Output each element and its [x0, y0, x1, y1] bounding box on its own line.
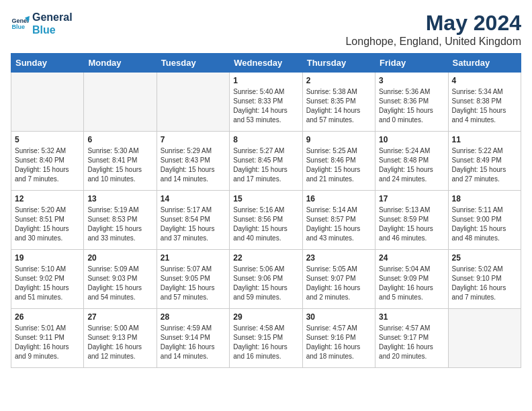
- cell-content: Sunset: 8:43 PM: [161, 156, 226, 165]
- day-number: 13: [87, 194, 152, 203]
- weekday-header-monday: Monday: [84, 54, 157, 73]
- cell-content: Daylight: 16 hours and 12 minutes.: [87, 342, 152, 361]
- month-year-title: May 2024: [345, 11, 521, 36]
- cell-content: Sunset: 8:36 PM: [379, 97, 444, 106]
- cell-content: Daylight: 15 hours and 14 minutes.: [161, 165, 226, 184]
- calendar-table: SundayMondayTuesdayWednesdayThursdayFrid…: [11, 53, 521, 368]
- cell-content: Daylight: 15 hours and 57 minutes.: [161, 283, 226, 302]
- cell-content: Sunrise: 5:30 AM: [87, 146, 152, 156]
- weekday-header-friday: Friday: [375, 54, 448, 73]
- day-number: 25: [452, 253, 517, 263]
- calendar-cell: 22Sunrise: 5:06 AMSunset: 9:06 PMDayligh…: [230, 250, 302, 309]
- cell-content: Sunrise: 4:57 AM: [379, 324, 444, 333]
- calendar-cell: 7Sunrise: 5:29 AMSunset: 8:43 PMDaylight…: [157, 132, 229, 191]
- cell-content: Sunset: 8:45 PM: [233, 156, 298, 165]
- cell-content: Daylight: 15 hours and 21 minutes.: [306, 165, 371, 184]
- svg-text:Blue: Blue: [11, 24, 25, 31]
- calendar-cell: 13Sunrise: 5:19 AMSunset: 8:53 PMDayligh…: [84, 191, 157, 250]
- weekday-header-saturday: Saturday: [448, 54, 521, 73]
- cell-content: Sunrise: 5:11 AM: [452, 205, 517, 215]
- cell-content: Sunset: 8:57 PM: [306, 215, 371, 224]
- cell-content: Sunset: 8:51 PM: [15, 215, 80, 224]
- calendar-cell: 18Sunrise: 5:11 AMSunset: 9:00 PMDayligh…: [448, 191, 521, 250]
- cell-content: Daylight: 16 hours and 5 minutes.: [379, 283, 444, 302]
- cell-content: Sunset: 8:56 PM: [233, 215, 298, 224]
- cell-content: Sunset: 8:59 PM: [379, 215, 444, 224]
- cell-content: Sunset: 9:14 PM: [161, 333, 226, 342]
- cell-content: Daylight: 15 hours and 54 minutes.: [87, 283, 152, 302]
- cell-content: Sunset: 8:38 PM: [452, 97, 517, 106]
- calendar-cell: [11, 73, 84, 132]
- cell-content: Daylight: 15 hours and 33 minutes.: [87, 224, 152, 243]
- cell-content: Sunset: 9:09 PM: [379, 274, 444, 283]
- calendar-cell: [84, 73, 157, 132]
- calendar-cell: 10Sunrise: 5:24 AMSunset: 8:48 PMDayligh…: [375, 132, 448, 191]
- cell-content: Daylight: 16 hours and 2 minutes.: [306, 283, 371, 302]
- weekday-header-thursday: Thursday: [302, 54, 375, 73]
- cell-content: Sunrise: 5:10 AM: [15, 265, 80, 274]
- week-row-4: 19Sunrise: 5:10 AMSunset: 9:02 PMDayligh…: [11, 250, 521, 309]
- cell-content: Sunrise: 5:13 AM: [379, 205, 444, 215]
- calendar-cell: 23Sunrise: 5:05 AMSunset: 9:07 PMDayligh…: [302, 250, 375, 309]
- calendar-cell: 19Sunrise: 5:10 AMSunset: 9:02 PMDayligh…: [11, 250, 84, 309]
- header: General Blue General Blue May 2024 Longh…: [11, 11, 521, 48]
- cell-content: Sunrise: 4:58 AM: [233, 324, 298, 333]
- calendar-cell: 15Sunrise: 5:16 AMSunset: 8:56 PMDayligh…: [230, 191, 302, 250]
- logo-general: General: [32, 11, 73, 24]
- calendar-cell: 28Sunrise: 4:59 AMSunset: 9:14 PMDayligh…: [157, 309, 229, 368]
- calendar-cell: 14Sunrise: 5:17 AMSunset: 8:54 PMDayligh…: [157, 191, 229, 250]
- cell-content: Sunset: 8:41 PM: [87, 156, 152, 165]
- cell-content: Daylight: 15 hours and 46 minutes.: [379, 224, 444, 243]
- cell-content: Sunrise: 5:20 AM: [15, 205, 80, 215]
- day-number: 17: [379, 194, 444, 203]
- day-number: 9: [306, 135, 371, 144]
- logo: General Blue General Blue: [11, 11, 73, 36]
- day-number: 6: [87, 135, 152, 144]
- cell-content: Sunrise: 5:40 AM: [233, 87, 298, 97]
- cell-content: Sunset: 8:35 PM: [306, 97, 371, 106]
- cell-content: Sunset: 9:17 PM: [379, 333, 444, 342]
- cell-content: Sunset: 8:54 PM: [161, 215, 226, 224]
- cell-content: Sunset: 8:49 PM: [452, 156, 517, 165]
- calendar-cell: 29Sunrise: 4:58 AMSunset: 9:15 PMDayligh…: [230, 309, 302, 368]
- calendar-cell: 2Sunrise: 5:38 AMSunset: 8:35 PMDaylight…: [302, 73, 375, 132]
- cell-content: Sunset: 8:48 PM: [379, 156, 444, 165]
- calendar-cell: 9Sunrise: 5:25 AMSunset: 8:46 PMDaylight…: [302, 132, 375, 191]
- day-number: 24: [379, 253, 444, 263]
- day-number: 1: [233, 76, 298, 85]
- calendar-cell: 30Sunrise: 4:57 AMSunset: 9:16 PMDayligh…: [302, 309, 375, 368]
- week-row-1: 1Sunrise: 5:40 AMSunset: 8:33 PMDaylight…: [11, 73, 521, 132]
- calendar-cell: 8Sunrise: 5:27 AMSunset: 8:45 PMDaylight…: [230, 132, 302, 191]
- day-number: 19: [15, 253, 80, 263]
- day-number: 12: [15, 194, 80, 203]
- calendar-cell: 27Sunrise: 5:00 AMSunset: 9:13 PMDayligh…: [84, 309, 157, 368]
- logo-blue: Blue: [32, 24, 73, 36]
- calendar-cell: 24Sunrise: 5:04 AMSunset: 9:09 PMDayligh…: [375, 250, 448, 309]
- day-number: 7: [161, 135, 226, 144]
- cell-content: Sunset: 9:13 PM: [87, 333, 152, 342]
- calendar-cell: 11Sunrise: 5:22 AMSunset: 8:49 PMDayligh…: [448, 132, 521, 191]
- calendar-cell: 6Sunrise: 5:30 AMSunset: 8:41 PMDaylight…: [84, 132, 157, 191]
- cell-content: Daylight: 15 hours and 24 minutes.: [379, 165, 444, 184]
- cell-content: Daylight: 15 hours and 7 minutes.: [15, 165, 80, 184]
- cell-content: Daylight: 16 hours and 16 minutes.: [233, 342, 298, 361]
- cell-content: Sunset: 9:16 PM: [306, 333, 371, 342]
- day-number: 11: [452, 135, 517, 144]
- cell-content: Sunrise: 5:29 AM: [161, 146, 226, 156]
- day-number: 8: [233, 135, 298, 144]
- calendar-cell: [157, 73, 229, 132]
- cell-content: Daylight: 16 hours and 20 minutes.: [379, 342, 444, 361]
- cell-content: Sunrise: 5:34 AM: [452, 87, 517, 97]
- cell-content: Daylight: 15 hours and 10 minutes.: [87, 165, 152, 184]
- cell-content: Sunset: 9:06 PM: [233, 274, 298, 283]
- cell-content: Sunset: 9:07 PM: [306, 274, 371, 283]
- cell-content: Sunrise: 5:24 AM: [379, 146, 444, 156]
- location-subtitle: Longhope, England, United Kingdom: [345, 36, 521, 48]
- cell-content: Sunset: 8:40 PM: [15, 156, 80, 165]
- cell-content: Sunrise: 5:01 AM: [15, 324, 80, 333]
- cell-content: Sunset: 9:10 PM: [452, 274, 517, 283]
- weekday-header-sunday: Sunday: [11, 54, 84, 73]
- day-number: 31: [379, 312, 444, 322]
- cell-content: Daylight: 15 hours and 40 minutes.: [233, 224, 298, 243]
- calendar-cell: 20Sunrise: 5:09 AMSunset: 9:03 PMDayligh…: [84, 250, 157, 309]
